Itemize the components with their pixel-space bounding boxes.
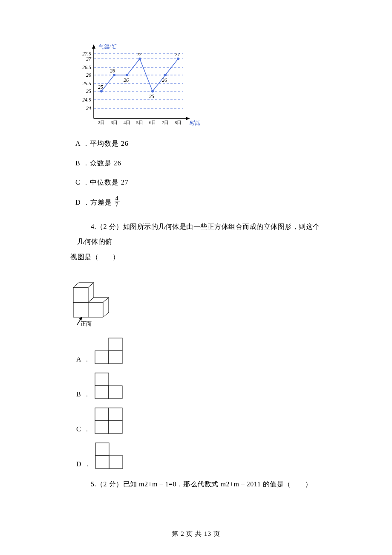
svg-marker-46 [88, 302, 103, 317]
svg-rect-61 [109, 408, 122, 421]
shape-b-icon [93, 372, 124, 399]
svg-text:25: 25 [98, 84, 103, 90]
svg-marker-49 [73, 287, 88, 302]
svg-text:26: 26 [124, 77, 129, 83]
svg-text:24.5: 24.5 [82, 97, 91, 103]
svg-point-27 [100, 90, 103, 92]
svg-text:2日: 2日 [98, 120, 105, 125]
q4-option-c-label: C ． [76, 424, 91, 435]
svg-point-29 [126, 74, 128, 76]
shape-a-icon [93, 337, 124, 364]
svg-text:气温/℃: 气温/℃ [98, 43, 117, 50]
svg-text:26: 26 [162, 77, 167, 83]
q4-option-a-label: A ． [76, 354, 91, 365]
svg-text:25: 25 [86, 88, 91, 94]
q4-option-d: D ． [76, 442, 322, 469]
svg-rect-64 [95, 443, 109, 456]
q4-option-b: B ． [76, 372, 322, 399]
q3-option-d-text: D ．方差是 [75, 197, 112, 208]
shape-c-icon [93, 407, 124, 434]
shape-d-icon [94, 442, 124, 469]
q5-question: 5.（2 分）已知 m2+m – 1=0，那么代数式 m2+m – 2011 的… [77, 479, 322, 490]
svg-marker-43 [73, 302, 88, 317]
svg-rect-54 [109, 338, 122, 351]
svg-text:26.5: 26.5 [82, 64, 91, 70]
svg-rect-65 [95, 456, 109, 468]
q4-question-line1: 4.（2 分）如图所示的几何体是由一些正方体组合而成的立体图形，则这个几何体的俯 [77, 219, 322, 249]
svg-text:4日: 4日 [124, 120, 131, 125]
q4-option-c: C ． [76, 407, 322, 434]
q4-option-b-label: B ． [76, 389, 91, 400]
svg-point-32 [164, 74, 167, 76]
svg-text:27: 27 [136, 52, 142, 58]
svg-point-31 [151, 90, 154, 92]
svg-marker-1 [92, 44, 95, 49]
svg-text:5日: 5日 [136, 120, 144, 125]
q3-option-a: A ．平均数是 26 [75, 138, 322, 149]
q4-question-line2: 视图是（ ） [70, 251, 322, 263]
svg-point-30 [138, 58, 141, 60]
svg-rect-55 [95, 351, 109, 364]
svg-text:3日: 3日 [111, 120, 118, 125]
q3-option-d: D ．方差是 4 7 [75, 197, 322, 209]
svg-rect-57 [95, 373, 109, 386]
svg-rect-62 [95, 421, 109, 434]
svg-text:25: 25 [149, 93, 154, 99]
svg-text:6日: 6日 [149, 120, 156, 125]
fraction-numerator: 4 [115, 196, 120, 202]
q3-option-c: C ．中位数是 27 [75, 177, 322, 188]
svg-point-28 [113, 74, 115, 76]
q4-solid-figure: 正面 [71, 270, 322, 330]
svg-rect-58 [95, 386, 109, 399]
svg-text:26: 26 [110, 68, 115, 74]
q3-option-b: B ．众数是 26 [75, 158, 322, 169]
fraction-denominator: 7 [115, 202, 120, 208]
svg-text:25.5: 25.5 [82, 81, 91, 87]
svg-rect-60 [95, 408, 109, 421]
svg-text:8日: 8日 [175, 120, 182, 125]
front-label: 正面 [81, 321, 92, 327]
fraction-icon: 4 7 [115, 196, 120, 208]
page-footer: 第 2 页 共 13 页 [0, 529, 392, 539]
svg-text:24: 24 [86, 105, 91, 111]
svg-rect-63 [109, 421, 122, 434]
svg-rect-59 [109, 386, 122, 399]
svg-point-33 [177, 58, 179, 60]
svg-text:27: 27 [175, 52, 180, 58]
svg-rect-56 [109, 351, 122, 364]
temperature-chart: 27.5 27 26.5 26 25.5 25 24.5 24 2日 3日 4日… [77, 43, 322, 126]
svg-text:27: 27 [86, 56, 92, 62]
chart-svg: 27.5 27 26.5 26 25.5 25 24.5 24 2日 3日 4日… [77, 43, 200, 126]
svg-text:26: 26 [86, 72, 91, 78]
cube-figure-icon: 正面 [71, 270, 126, 327]
q4-option-a: A ． [76, 337, 322, 364]
svg-text:时间: 时间 [189, 120, 200, 126]
svg-rect-66 [109, 456, 123, 468]
svg-text:7日: 7日 [162, 120, 169, 125]
q4-option-d-label: D ． [76, 459, 91, 470]
